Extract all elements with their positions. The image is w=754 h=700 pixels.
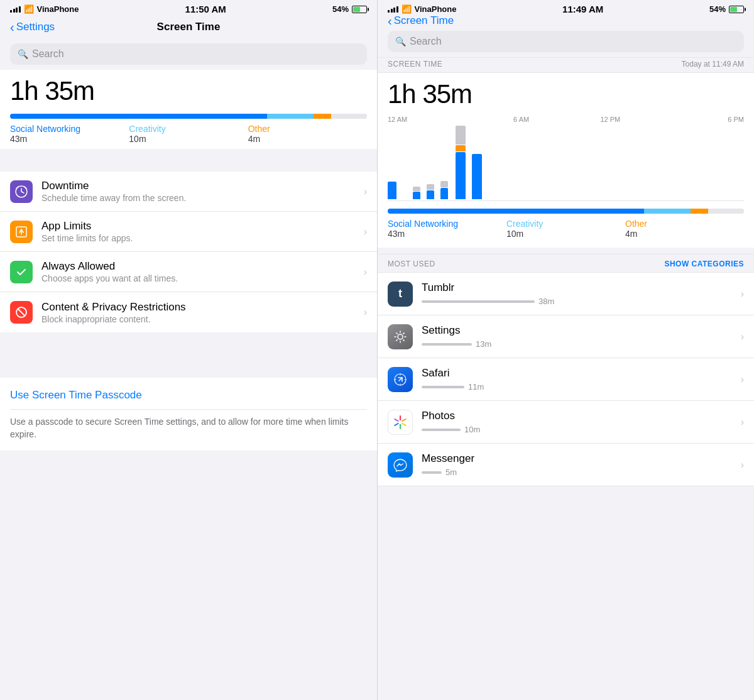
passcode-description: Use a passcode to secure Screen Time set… xyxy=(0,410,377,451)
signal-bars xyxy=(10,6,21,13)
downtime-item[interactable]: Downtime Schedule time away from the scr… xyxy=(0,172,377,212)
legend-creativity-label-right: Creativity xyxy=(506,219,625,229)
settings-bar-row: 13m xyxy=(422,339,741,349)
progress-other-right xyxy=(691,209,708,214)
battery-pct-left: 54% xyxy=(332,4,349,14)
bar-1-blue xyxy=(388,182,396,199)
progress-remaining-right xyxy=(708,209,744,214)
list-section-left: Downtime Schedule time away from the scr… xyxy=(0,172,377,332)
time-display-left: 1h 35m xyxy=(0,70,377,109)
bar-6-orange xyxy=(456,145,466,151)
rbar2 xyxy=(391,9,393,13)
search-placeholder-left: Search xyxy=(32,48,64,60)
bar4 xyxy=(19,6,21,13)
settings-app-item[interactable]: Settings 13m › xyxy=(378,315,754,358)
bar-group-1 xyxy=(388,182,396,199)
divider-1-left xyxy=(0,149,377,172)
most-used-label: MOST USED xyxy=(388,260,435,268)
settings-gear-svg xyxy=(393,330,407,344)
rbar1 xyxy=(388,10,390,13)
messenger-item[interactable]: Messenger 5m › xyxy=(378,444,754,486)
bar-group-7 xyxy=(472,154,482,199)
rbar4 xyxy=(396,6,398,13)
total-time-left: 1h 35m xyxy=(10,76,367,106)
photos-item[interactable]: Photos 10m › xyxy=(378,401,754,444)
safari-bar-row: 11m xyxy=(422,382,741,391)
time-label-6pm: 6 PM xyxy=(655,116,744,123)
search-icon-right: 🔍 xyxy=(395,36,406,46)
bar-group-6 xyxy=(456,126,466,199)
progress-social-right xyxy=(388,209,644,214)
downtime-text: Downtime Schedule time away from the scr… xyxy=(41,180,364,203)
chart-time-labels: 12 AM 6 AM 12 PM 6 PM xyxy=(388,116,744,123)
safari-usage-bar xyxy=(422,386,464,388)
messenger-name: Messenger xyxy=(422,452,741,465)
app-limits-item[interactable]: App Limits Set time limits for apps. › xyxy=(0,212,377,252)
messenger-info: Messenger 5m xyxy=(422,452,741,477)
legend-social-right: Social Networking 43m xyxy=(388,219,506,239)
divider-2-left xyxy=(0,332,377,355)
photos-svg xyxy=(393,415,408,430)
downtime-subtitle: Schedule time away from the screen. xyxy=(41,193,364,203)
bar-6-blue xyxy=(456,152,466,199)
bar-3-gray xyxy=(413,187,420,191)
app-limits-icon xyxy=(10,221,33,243)
bar3 xyxy=(16,8,18,13)
back-button-left[interactable]: ‹ Settings xyxy=(10,21,55,33)
back-button-right[interactable]: ‹ Screen Time xyxy=(388,14,454,27)
right-panel: 📶 VinaPhone 11:49 AM 54% ‹ Screen Time 🔍… xyxy=(377,0,754,700)
tumblr-name: Tumblr xyxy=(422,282,741,294)
legend-other-right: Other 4m xyxy=(625,219,744,239)
tumblr-time: 38m xyxy=(538,297,554,306)
tumblr-chevron: › xyxy=(741,288,744,300)
always-allowed-text: Always Allowed Choose apps you want at a… xyxy=(41,260,364,283)
passcode-link[interactable]: Use Screen Time Passcode xyxy=(10,386,367,410)
clock-left: 11:50 AM xyxy=(185,4,226,14)
tumblr-bar-row: 38m xyxy=(422,297,741,306)
bar-group-4 xyxy=(427,184,434,199)
show-categories-button[interactable]: SHOW CATEGORIES xyxy=(664,260,744,268)
legend-row-left: Social Networking 43m Creativity 10m Oth… xyxy=(10,124,367,144)
photos-icon xyxy=(388,410,413,435)
left-panel: 📶 VinaPhone 11:50 AM 54% ‹ Settings Scre… xyxy=(0,0,377,700)
legend-other-value-left: 4m xyxy=(248,134,367,144)
tumblr-info: Tumblr 38m xyxy=(422,282,741,306)
search-icon-left: 🔍 xyxy=(18,49,28,59)
content-privacy-svg xyxy=(14,305,28,319)
content-privacy-item[interactable]: Content & Privacy Restrictions Block ina… xyxy=(0,292,377,332)
legend-creativity-value-right: 10m xyxy=(506,229,625,239)
legend-other-left: Other 4m xyxy=(248,124,367,144)
svg-point-5 xyxy=(398,420,402,424)
legend-creativity-left: Creativity 10m xyxy=(129,124,248,144)
legend-other-value-right: 4m xyxy=(625,229,744,239)
safari-chevron: › xyxy=(741,374,744,385)
bar-5-gray xyxy=(440,181,448,187)
content-privacy-title: Content & Privacy Restrictions xyxy=(41,301,364,314)
safari-item[interactable]: Safari 11m › xyxy=(378,358,754,401)
settings-time: 13m xyxy=(476,339,491,349)
carrier-right: VinaPhone xyxy=(415,4,457,14)
legend-other-label-right: Other xyxy=(625,219,744,229)
always-allowed-svg xyxy=(14,265,28,279)
always-allowed-icon xyxy=(10,261,33,283)
legend-social-value-left: 43m xyxy=(10,134,129,144)
time-label-12am: 12 AM xyxy=(388,116,477,123)
tumblr-item[interactable]: t Tumblr 38m › xyxy=(378,273,754,315)
safari-time: 11m xyxy=(468,382,484,391)
wifi-icon-right: 📶 xyxy=(402,4,412,14)
photos-usage-bar xyxy=(422,429,461,431)
legend-row-right: Social Networking 43m Creativity 10m Oth… xyxy=(388,219,744,239)
battery-fill-left xyxy=(353,7,360,12)
legend-social-label-left: Social Networking xyxy=(10,124,129,134)
photos-chevron: › xyxy=(741,417,744,428)
search-bar-left[interactable]: 🔍 Search xyxy=(10,43,367,65)
always-allowed-item[interactable]: Always Allowed Choose apps you want at a… xyxy=(0,252,377,292)
battery-icon-left xyxy=(352,6,367,13)
app-limits-title: App Limits xyxy=(41,220,364,232)
app-list: t Tumblr 38m › Settings xyxy=(378,273,754,486)
photos-bar-row: 10m xyxy=(422,425,741,434)
passcode-section: Use Screen Time Passcode xyxy=(0,378,377,410)
search-bar-right[interactable]: 🔍 Search xyxy=(388,31,744,52)
chart-gap xyxy=(388,201,744,209)
screen-time-header: SCREEN TIME Today at 11:49 AM xyxy=(378,57,754,73)
